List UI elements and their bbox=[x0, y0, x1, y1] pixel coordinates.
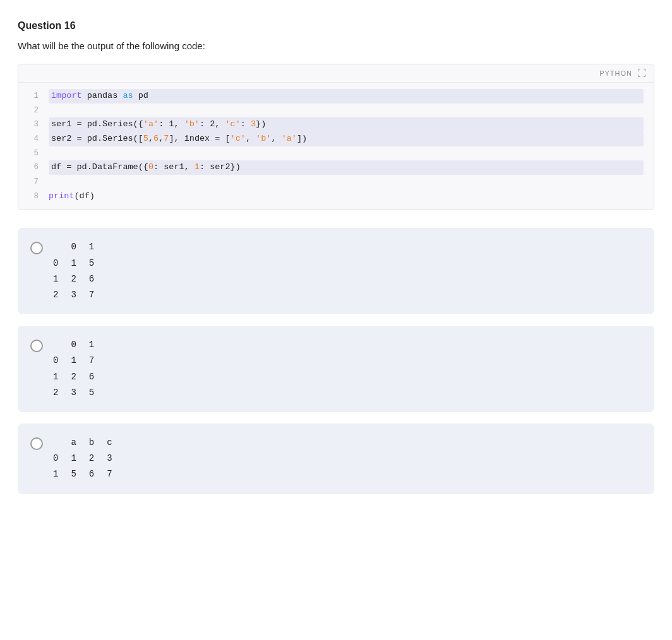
python-lang-label: PYTHON bbox=[599, 69, 632, 77]
table-row: 0123 bbox=[53, 451, 125, 466]
option-row-0[interactable]: 01015126237 bbox=[18, 228, 654, 314]
code-line-3: 3ser1 = pd.Series({'a': 1, 'b': 2, 'c': … bbox=[18, 117, 654, 132]
table-row: 126 bbox=[53, 369, 107, 385]
code-header: PYTHON ⛶ bbox=[18, 64, 654, 83]
code-token-str: 'c' bbox=[231, 134, 246, 143]
code-token-plain: (df) bbox=[75, 191, 95, 201]
code-line-4: 4ser2 = pd.Series([5,6,7], index = ['c',… bbox=[18, 132, 654, 146]
line-content bbox=[49, 146, 644, 160]
code-token-plain: df = pd.DataFrame({ bbox=[51, 162, 148, 172]
table-cell: 7 bbox=[89, 287, 107, 303]
option-row-2[interactable]: abc01231567 bbox=[18, 424, 654, 494]
question-title: Question 16 bbox=[18, 20, 654, 32]
code-token-plain: , bbox=[246, 134, 256, 143]
radio-button-1[interactable] bbox=[30, 340, 43, 352]
option-content-1: 01017126235 bbox=[53, 337, 107, 401]
line-number: 1 bbox=[18, 89, 39, 104]
line-content: ser1 = pd.Series({'a': 1, 'b': 2, 'c': 3… bbox=[49, 117, 644, 132]
code-token-num: 1 bbox=[195, 162, 200, 172]
question-text: What will be the output of the following… bbox=[18, 40, 654, 51]
table-cell: 1 bbox=[53, 466, 71, 482]
option-table-1: 01017126235 bbox=[53, 337, 107, 401]
code-line-7: 7 bbox=[18, 175, 654, 189]
table-cell: 0 bbox=[71, 239, 88, 255]
table-cell: 2 bbox=[71, 271, 88, 287]
code-token-plain: , bbox=[148, 134, 153, 143]
code-token-plain: , bbox=[271, 134, 281, 143]
table-row: 126 bbox=[53, 271, 107, 287]
code-token-plain: pandas bbox=[82, 91, 123, 100]
code-token-str: 'b' bbox=[184, 119, 200, 129]
table-cell: 0 bbox=[53, 353, 71, 369]
code-block-wrapper: PYTHON ⛶ 1import pandas as pd23ser1 = pd… bbox=[18, 64, 654, 210]
table-row: 015 bbox=[53, 256, 107, 271]
table-cell bbox=[53, 435, 71, 451]
table-cell: 5 bbox=[89, 385, 107, 401]
code-line-5: 5 bbox=[18, 146, 654, 160]
table-cell: 6 bbox=[89, 271, 107, 287]
line-number: 8 bbox=[18, 189, 39, 204]
table-cell: 1 bbox=[71, 353, 88, 369]
option-row-1[interactable]: 01017126235 bbox=[18, 326, 654, 412]
option-table-0: 01015126237 bbox=[53, 239, 107, 303]
table-cell: 2 bbox=[53, 385, 71, 401]
line-number: 3 bbox=[18, 117, 39, 132]
table-cell: b bbox=[89, 435, 107, 451]
code-token-str: 'a' bbox=[282, 134, 297, 143]
table-cell: 1 bbox=[53, 271, 71, 287]
line-content: ser2 = pd.Series([5,6,7], index = ['c', … bbox=[49, 132, 644, 146]
code-token-plain: : ser1, bbox=[153, 162, 195, 172]
code-token-kw-import: import bbox=[51, 91, 82, 100]
option-table-2: abc01231567 bbox=[53, 435, 125, 483]
options-area: 0101512623701017126235abc01231567 bbox=[18, 228, 654, 494]
code-token-plain: : bbox=[241, 119, 251, 129]
line-number: 4 bbox=[18, 132, 39, 146]
code-token-num: 5 bbox=[143, 134, 148, 143]
table-cell: 0 bbox=[53, 256, 71, 271]
table-cell: 6 bbox=[89, 369, 107, 385]
table-cell: c bbox=[107, 435, 124, 451]
option-content-2: abc01231567 bbox=[53, 435, 125, 483]
code-token-plain: ser2 = pd.Series([ bbox=[51, 134, 143, 143]
code-line-1: 1import pandas as pd bbox=[18, 89, 654, 104]
table-row: 01 bbox=[53, 239, 107, 255]
code-token-plain: }) bbox=[256, 119, 266, 129]
line-content bbox=[49, 175, 644, 189]
table-row: 237 bbox=[53, 287, 107, 303]
line-content: import pandas as pd bbox=[49, 89, 644, 104]
table-row: 01 bbox=[53, 337, 107, 353]
line-number: 7 bbox=[18, 175, 39, 189]
table-cell: a bbox=[71, 435, 88, 451]
table-cell: 1 bbox=[89, 337, 107, 353]
table-cell: 7 bbox=[107, 466, 124, 482]
code-token-plain: : ser2}) bbox=[200, 162, 241, 172]
code-token-plain: pd bbox=[133, 91, 148, 100]
code-token-plain: ser1 = pd.Series({ bbox=[51, 119, 143, 129]
radio-button-0[interactable] bbox=[30, 242, 43, 254]
table-cell: 2 bbox=[89, 451, 107, 466]
table-row: 235 bbox=[53, 385, 107, 401]
code-line-8: 8print(df) bbox=[18, 189, 654, 204]
table-cell: 6 bbox=[89, 466, 107, 482]
line-content: df = pd.DataFrame({0: ser1, 1: ser2}) bbox=[49, 160, 644, 175]
radio-button-2[interactable] bbox=[30, 437, 43, 450]
code-token-num: 3 bbox=[251, 119, 256, 129]
code-token-kw-print: print bbox=[49, 191, 75, 201]
table-cell: 3 bbox=[107, 451, 124, 466]
table-row: abc bbox=[53, 435, 125, 451]
expand-icon[interactable]: ⛶ bbox=[637, 68, 646, 78]
table-cell: 7 bbox=[89, 353, 107, 369]
line-content bbox=[49, 104, 644, 117]
code-token-plain: : 2, bbox=[200, 119, 225, 129]
line-content: print(df) bbox=[49, 189, 644, 204]
table-cell bbox=[53, 337, 71, 353]
code-token-num: 0 bbox=[148, 162, 153, 172]
code-token-kw-as: as bbox=[123, 91, 133, 100]
line-number: 6 bbox=[18, 160, 39, 175]
table-row: 1567 bbox=[53, 466, 125, 482]
code-token-plain: : 1, bbox=[159, 119, 184, 129]
option-content-0: 01015126237 bbox=[53, 239, 107, 303]
code-token-plain: ], index = [ bbox=[169, 134, 230, 143]
table-cell: 1 bbox=[53, 369, 71, 385]
table-cell: 2 bbox=[53, 287, 71, 303]
